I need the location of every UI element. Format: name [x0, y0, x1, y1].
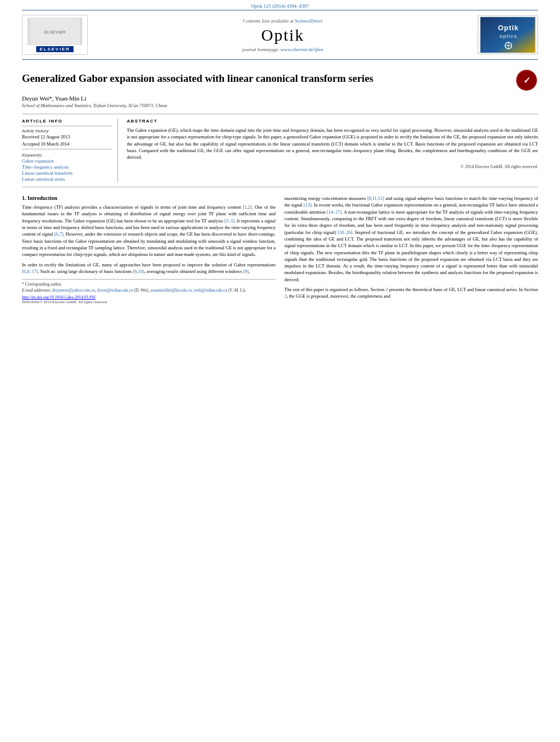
doi-link[interactable]: http://dx.doi.org/10.1016/j.ijleo.2014.0… — [22, 295, 276, 300]
abstract-col: ABSTRACT The Gabor expansion (GE), which… — [127, 119, 538, 182]
authors: Deyun Wei*, Yuan-Min Li — [22, 95, 538, 102]
body-right-para-2: The rest of this paper is organized as f… — [284, 286, 538, 300]
article-info-title: ARTICLE INFO — [22, 119, 112, 124]
article-info: ARTICLE INFO Article history: Received 1… — [22, 119, 118, 182]
section-2-link[interactable]: 2 — [385, 287, 388, 292]
title-row: ✓ Generalized Gabor expansion associated… — [22, 65, 538, 92]
affiliation: School of Mathematics and Statistics, Xi… — [22, 103, 538, 108]
svg-text:ELSEVIER: ELSEVIER — [44, 30, 65, 35]
body-para-1: Time–frequency (TF) analysis provides a … — [22, 204, 276, 258]
issn-text: 0030-4026/© 2014 Elsevier GmbH. All righ… — [22, 300, 276, 304]
ref-18-26[interactable]: [18–26] — [338, 230, 352, 235]
history-label: Article history: — [22, 129, 112, 133]
received-date: Received 12 August 2013 — [22, 134, 112, 140]
footnote-emails: E-mail addresses: deyunwei@yahoo.com.cn,… — [22, 288, 276, 294]
keywords-section: Keywords: Gabor expansion Time–frequency… — [22, 153, 112, 182]
elsevier-logo-box: ELSEVIER ELSEVIER — [22, 15, 88, 55]
email-1[interactable]: deyunwei@yahoo.com.cn — [52, 288, 95, 293]
info-rule — [22, 126, 112, 126]
article-main: ✓ Generalized Gabor expansion associated… — [0, 65, 560, 304]
sciencedirect-label: Contents lists available at ScienceDirec… — [88, 18, 478, 24]
info-rule-2 — [22, 149, 112, 149]
keyword-2: Time–frequency analysis — [22, 164, 112, 170]
email-3[interactable]: yuanminlihit@hit.edu.cn — [150, 288, 192, 293]
abstract-text: The Gabor expansion (GE), which maps the… — [127, 127, 538, 161]
ref-14-17[interactable]: [14–17] — [327, 209, 341, 215]
svg-text:Optik: Optik — [497, 24, 518, 32]
journal-homepage: journal homepage: www.elsevier.de/ijleo — [88, 47, 478, 52]
citation-text: Optik 125 (2014) 4394–4397 — [251, 3, 309, 9]
homepage-url[interactable]: www.elsevier.de/ijleo — [281, 47, 323, 52]
journal-name: Optik — [88, 26, 478, 44]
keyword-3: Linear canonical transform — [22, 170, 112, 176]
optik-logo-image: Optik optics — [480, 17, 535, 53]
ref-13[interactable]: [13] — [304, 202, 311, 208]
ref-6-7[interactable]: [6,7] — [54, 231, 63, 237]
ref-8-11-12[interactable]: [8,11,12] — [367, 196, 384, 201]
journal-center: Contents lists available at ScienceDirec… — [88, 18, 478, 52]
copyright: © 2014 Elsevier GmbH. All rights reserve… — [127, 164, 538, 169]
accepted-date: Accepted 10 March 2014 — [22, 141, 112, 147]
ref-9[interactable]: [9] — [243, 269, 249, 274]
footnote-section: * Corresponding author. E-mail addresses… — [22, 279, 276, 304]
journal-header: ELSEVIER ELSEVIER Contents lists availab… — [0, 10, 560, 59]
body-para-2: In order to rectify the limitations of G… — [22, 261, 276, 275]
elsevier-wordmark: ELSEVIER — [36, 46, 74, 52]
keywords-label: Keywords: — [22, 153, 112, 158]
article-title: Generalized Gabor expansion associated w… — [22, 72, 373, 86]
body-right: maximizing energy concentration measures… — [284, 195, 538, 304]
ref-6-8-17[interactable]: [6,8–17] — [22, 269, 38, 274]
ref-6-10[interactable]: [6,10] — [133, 269, 144, 274]
ref-1-2[interactable]: [1,2] — [243, 204, 251, 210]
citation-bar: Optik 125 (2014) 4394–4397 — [0, 0, 560, 10]
bottom-rule — [22, 59, 538, 60]
email-4[interactable]: ymli@xidian.edu.cn — [194, 288, 227, 293]
ref-3-5[interactable]: [3–5] — [225, 218, 234, 224]
info-abstract-row: ARTICLE INFO Article history: Received 1… — [22, 114, 538, 187]
section-1-title: 1. Introduction — [22, 195, 276, 201]
optik-logo-box: Optik optics — [478, 15, 538, 54]
doi-anchor[interactable]: http://dx.doi.org/10.1016/j.ijleo.2014.0… — [22, 295, 96, 300]
keyword-1: Gabor expansion — [22, 158, 112, 164]
section-3-link[interactable]: 3 — [284, 293, 287, 299]
email-2[interactable]: dywei@xidian.edu.cn — [97, 288, 133, 293]
sciencedirect-link[interactable]: ScienceDirect — [295, 18, 322, 24]
body-left: 1. Introduction Time–frequency (TF) anal… — [22, 195, 276, 304]
elsevier-tree-image: ELSEVIER — [27, 18, 82, 45]
body-right-para-1: maximizing energy concentration measures… — [284, 195, 538, 283]
crossmark-icon: ✓ — [516, 70, 537, 91]
author-names: Deyun Wei*, Yuan-Min Li — [22, 95, 86, 102]
body-content: 1. Introduction Time–frequency (TF) anal… — [22, 195, 538, 304]
svg-text:optics: optics — [499, 34, 517, 39]
using-word: using — [197, 269, 206, 274]
footnote-corresponding: * Corresponding author. — [22, 282, 276, 288]
keyword-4: Linear canonical series — [22, 176, 112, 182]
crossmark-badge[interactable]: ✓ — [516, 70, 538, 92]
svg-text:✓: ✓ — [523, 76, 530, 85]
abstract-title: ABSTRACT — [127, 119, 538, 124]
